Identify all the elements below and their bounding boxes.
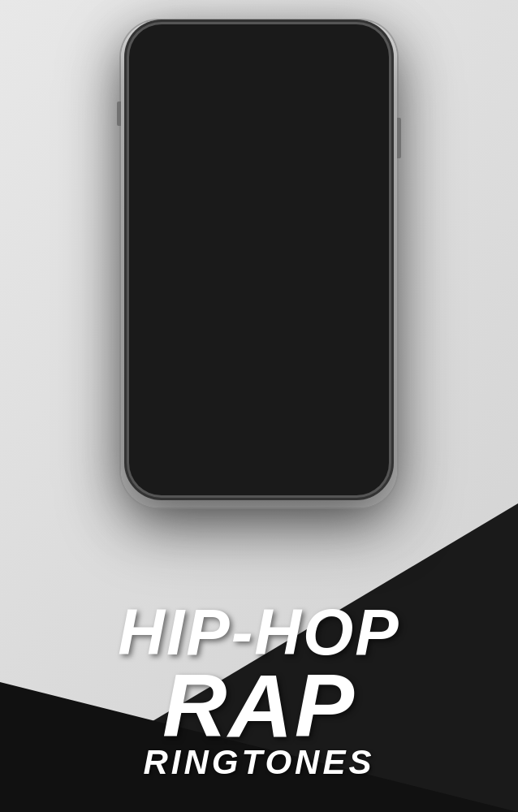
phone-volume-button[interactable] [117,102,121,126]
phone-frame-overlay [129,24,389,495]
phone-power-button[interactable] [397,118,401,158]
